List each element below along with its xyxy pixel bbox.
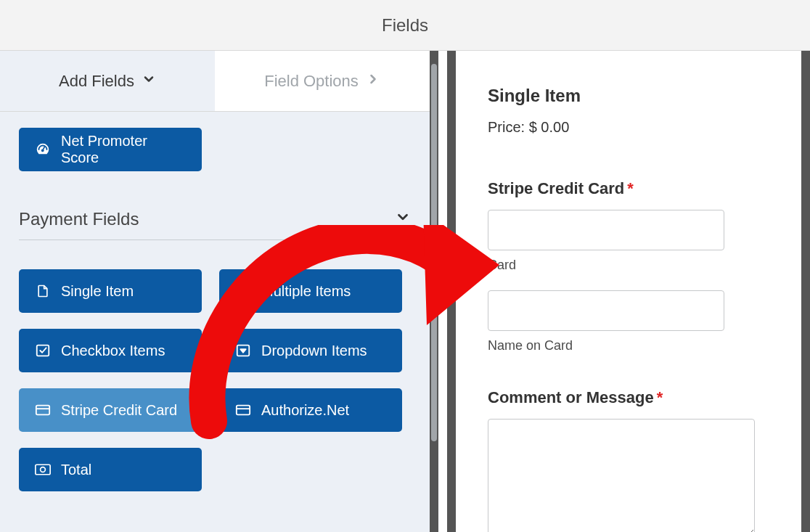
money-icon <box>35 462 51 478</box>
dashboard-icon <box>35 142 51 157</box>
svg-rect-11 <box>237 406 250 415</box>
caret-square-down-icon <box>235 343 251 359</box>
price-value: $ 0.00 <box>529 119 570 135</box>
svg-rect-13 <box>36 465 50 475</box>
chevron-down-icon <box>142 72 156 91</box>
field-authorize-net[interactable]: Authorize.Net <box>219 388 402 432</box>
check-square-icon <box>35 343 51 359</box>
nps-label: Net Promoter Score <box>61 133 186 166</box>
comment-label-text: Comment or Message <box>488 388 654 406</box>
section-payment-fields-label: Payment Fields <box>19 209 139 229</box>
preview-stripe: Stripe Credit Card* Card Name on Card <box>488 179 762 353</box>
scrollbar-thumb[interactable] <box>431 64 437 441</box>
required-asterisk: * <box>657 388 663 406</box>
field-label: Authorize.Net <box>261 402 349 419</box>
single-item-price: Price: $ 0.00 <box>488 119 762 136</box>
name-on-card-input[interactable] <box>488 290 724 331</box>
field-checkbox-items[interactable]: Checkbox Items <box>19 329 202 372</box>
svg-point-0 <box>237 286 240 289</box>
field-total[interactable]: Total <box>19 448 202 491</box>
svg-point-2 <box>237 290 240 292</box>
field-label: Dropdown Items <box>261 343 367 359</box>
tabs: Add Fields Field Options <box>0 51 430 112</box>
field-dropdown-items[interactable]: Dropdown Items <box>219 329 402 372</box>
list-icon <box>235 283 251 299</box>
left-panel: Add Fields Field Options <box>0 51 430 532</box>
field-label: Stripe Credit Card <box>61 402 177 419</box>
field-single-item[interactable]: Single Item <box>19 269 202 313</box>
tab-add-fields[interactable]: Add Fields <box>0 51 215 111</box>
field-label: Multiple Items <box>261 283 351 300</box>
svg-point-14 <box>41 467 46 472</box>
field-grid: Single Item Multiple Items <box>19 269 411 491</box>
chevron-right-icon <box>366 72 380 91</box>
single-item-title: Single Item <box>488 86 762 106</box>
chevron-down-icon <box>395 209 411 229</box>
card-sublabel: Card <box>488 258 762 273</box>
comment-label: Comment or Message* <box>488 388 762 407</box>
svg-rect-6 <box>37 345 49 356</box>
panel-divider <box>430 51 456 532</box>
tab-add-fields-label: Add Fields <box>59 72 134 91</box>
field-label: Single Item <box>61 283 134 300</box>
credit-card-icon <box>35 402 51 418</box>
svg-rect-9 <box>36 406 49 415</box>
tab-field-options-label: Field Options <box>264 72 359 91</box>
stripe-label-text: Stripe Credit Card <box>488 179 624 197</box>
svg-point-4 <box>237 294 240 297</box>
nps-button[interactable]: Net Promoter Score <box>19 128 202 171</box>
name-on-card-sublabel: Name on Card <box>488 338 762 353</box>
field-label: Checkbox Items <box>61 343 165 359</box>
field-stripe-credit-card[interactable]: Stripe Credit Card <box>19 388 202 432</box>
preview-comment: Comment or Message* <box>488 388 762 532</box>
section-payment-fields[interactable]: Payment Fields <box>19 209 411 229</box>
comment-textarea[interactable] <box>488 419 755 532</box>
stripe-label: Stripe Credit Card* <box>488 179 762 198</box>
preview-single-item: Single Item Price: $ 0.00 <box>488 86 762 136</box>
svg-marker-8 <box>240 349 245 353</box>
price-label: Price: <box>488 119 525 135</box>
credit-card-icon <box>235 402 251 418</box>
form-preview: Single Item Price: $ 0.00 Stripe Credit … <box>456 51 810 532</box>
required-asterisk: * <box>627 179 634 197</box>
page-title: Fields <box>0 0 810 50</box>
field-label: Total <box>61 462 91 478</box>
card-input[interactable] <box>488 210 724 250</box>
field-multiple-items[interactable]: Multiple Items <box>219 269 402 313</box>
file-icon <box>35 283 51 299</box>
divider <box>19 240 411 240</box>
tab-field-options[interactable]: Field Options <box>215 51 430 111</box>
